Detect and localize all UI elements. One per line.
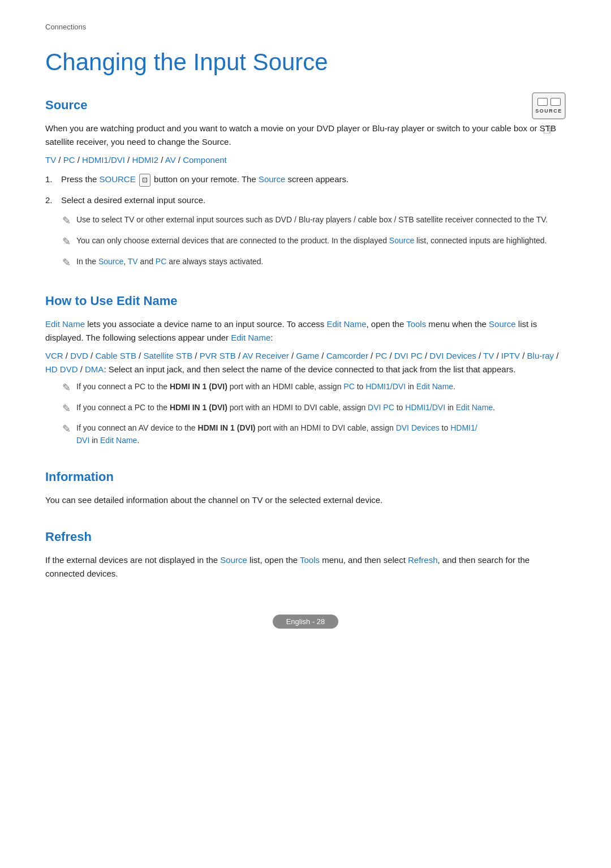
edit-bullet-2: ✎ If you connect a PC to the HDMI IN 1 (… xyxy=(62,402,566,417)
link-component[interactable]: Component xyxy=(183,155,227,165)
page-footer: English - 28 xyxy=(45,615,566,629)
step-1: 1. Press the SOURCE ⊡ button on your rem… xyxy=(45,173,566,187)
source-steps: 1. Press the SOURCE ⊡ button on your rem… xyxy=(45,173,566,207)
source-bullets: ✎ Use to select TV or other external inp… xyxy=(62,214,566,271)
step-2: 2. Select a desired external input sourc… xyxy=(45,194,566,207)
edit-bullet-3: ✎ If you connect an AV device to the HDM… xyxy=(62,422,566,446)
hand-icon: ☞ xyxy=(542,121,556,139)
information-section-title: Information xyxy=(45,470,566,484)
edit-name-para1: Edit Name lets you associate a device na… xyxy=(45,317,566,345)
information-text: You can see detailed information about t… xyxy=(45,493,566,507)
refresh-section-title: Refresh xyxy=(45,530,566,544)
bullet-3: ✎ In the Source, TV and PC are always st… xyxy=(62,256,566,271)
link-hdmi2[interactable]: HDMI2 xyxy=(132,155,158,165)
edit-name-section-title: How to Use Edit Name xyxy=(45,294,566,308)
information-section: Information You can see detailed informa… xyxy=(45,470,566,507)
bullet-1: ✎ Use to select TV or other external inp… xyxy=(62,214,566,229)
page-title: Changing the Input Source xyxy=(45,48,566,76)
source-section-title: Source xyxy=(45,98,566,113)
edit-name-bullets: ✎ If you connect a PC to the HDMI IN 1 (… xyxy=(62,381,566,447)
edit-name-section: How to Use Edit Name Edit Name lets you … xyxy=(45,294,566,447)
refresh-section: Refresh If the external devices are not … xyxy=(45,530,566,581)
source-intro: When you are watching product and you wa… xyxy=(45,122,566,149)
link-pc[interactable]: PC xyxy=(63,155,75,165)
source-links-line: TV / PC / HDMI1/DVI / HDMI2 / AV / Compo… xyxy=(45,153,566,167)
source-button-graphic: SOURCE ☞ xyxy=(532,92,566,139)
bullet-2: ✎ You can only choose external devices t… xyxy=(62,235,566,250)
refresh-text: If the external devices are not displaye… xyxy=(45,553,566,581)
source-button-inline: ⊡ xyxy=(139,174,150,187)
footer-label: English - 28 xyxy=(273,615,339,629)
link-hdmi1dvi[interactable]: HDMI1/DVI xyxy=(82,155,125,165)
edit-name-para2: VCR / DVD / Cable STB / Satellite STB / … xyxy=(45,349,566,376)
source-section: Source SOURCE ☞ When you are watching pr… xyxy=(45,98,566,270)
breadcrumb: Connections xyxy=(45,23,566,31)
edit-bullet-1: ✎ If you connect a PC to the HDMI IN 1 (… xyxy=(62,381,566,396)
link-av[interactable]: AV xyxy=(165,155,176,165)
link-tv[interactable]: TV xyxy=(45,155,56,165)
